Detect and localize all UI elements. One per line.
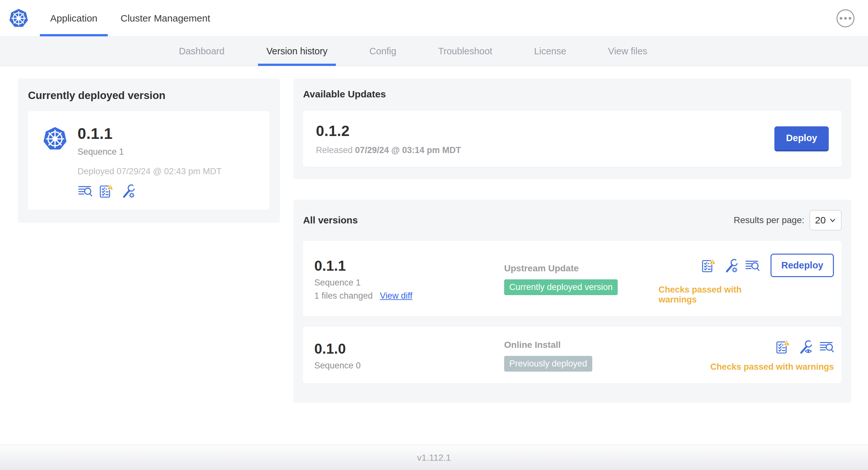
kubernetes-logo-icon	[8, 8, 29, 29]
app-sub-nav: Dashboard Version history Config Trouble…	[0, 37, 868, 66]
kubernetes-app-icon	[42, 126, 68, 152]
view-diff-logs-icon[interactable]	[819, 339, 834, 354]
version-row-actions: Redeploy Checks passed with warnings	[658, 254, 834, 305]
results-per-page-label: Results per page:	[734, 215, 804, 225]
preflight-checks-warning-icon[interactable]	[775, 339, 790, 354]
version-row-source: Upstream Update Currently deployed versi…	[504, 263, 658, 295]
all-versions-header: All versions Results per page: 20	[303, 210, 842, 231]
version-sequence: Sequence 0	[314, 361, 504, 371]
console-version: v1.112.1	[417, 452, 451, 463]
preflight-status-text: Checks passed with warnings	[710, 362, 834, 372]
tab-dashboard[interactable]: Dashboard	[170, 37, 233, 66]
version-row-source: Online Install Previously deployed	[504, 340, 658, 372]
deploy-button[interactable]: Deploy	[774, 126, 829, 152]
currently-deployed-card: 0.1.1 Sequence 1 Deployed 07/29/24 @ 02:…	[28, 111, 270, 210]
version-row-info: 0.1.0 Sequence 0	[314, 341, 504, 371]
preflight-checks-warning-icon[interactable]	[701, 258, 716, 273]
version-number: 0.1.0	[314, 341, 504, 357]
ellipsis-icon	[849, 17, 851, 20]
version-source-label: Upstream Update	[504, 263, 658, 274]
tab-config[interactable]: Config	[361, 37, 405, 66]
more-options-button[interactable]	[836, 9, 855, 27]
update-info: 0.1.2 Released 07/29/24 @ 03:14 pm MDT	[316, 122, 461, 155]
deployed-info: 0.1.1 Sequence 1 Deployed 07/29/24 @ 02:…	[78, 125, 222, 198]
ellipsis-icon	[844, 17, 847, 20]
tab-application[interactable]: Application	[40, 0, 108, 36]
currently-deployed-panel: Currently deployed version 0.1.1 Sequenc…	[18, 78, 280, 223]
released-prefix: Released	[316, 145, 352, 155]
update-released-line: Released 07/29/24 @ 03:14 pm MDT	[316, 145, 461, 155]
content: Currently deployed version 0.1.1 Sequenc…	[0, 66, 868, 403]
edit-config-icon[interactable]	[723, 258, 738, 273]
files-changed-label: 1 files changed	[314, 291, 373, 301]
version-number: 0.1.1	[314, 258, 504, 274]
update-version-number: 0.1.2	[316, 122, 461, 139]
ellipsis-icon	[840, 17, 842, 20]
redeploy-button[interactable]: Redeploy	[771, 254, 834, 277]
released-date: 07/29/24 @ 03:14 pm MDT	[355, 145, 461, 155]
deployed-timestamp: Deployed 07/29/24 @ 02:43 pm MDT	[78, 167, 222, 176]
results-per-page-value: 20	[815, 215, 826, 226]
tab-version-history[interactable]: Version history	[258, 37, 336, 66]
app-footer: v1.112.1	[0, 445, 868, 470]
version-row-info: 0.1.1 Sequence 1 1 files changed View di…	[314, 258, 504, 301]
edit-config-icon[interactable]	[120, 183, 135, 198]
results-per-page: Results per page: 20	[734, 210, 842, 231]
deployed-icon-row	[78, 183, 222, 198]
right-column: Available Updates 0.1.2 Released 07/29/2…	[293, 78, 851, 403]
version-row-0-1-0: 0.1.0 Sequence 0 Online Install Previous…	[303, 327, 842, 383]
version-source-label: Online Install	[504, 340, 658, 350]
preflight-checks-warning-icon[interactable]	[99, 183, 114, 198]
view-diff-logs-icon[interactable]	[745, 258, 760, 273]
view-diff-link[interactable]: View diff	[380, 291, 412, 301]
top-nav-tabs: Application Cluster Management	[40, 0, 220, 36]
tab-troubleshoot[interactable]: Troubleshoot	[430, 37, 501, 66]
version-row-actions: Checks passed with warnings	[710, 339, 834, 372]
available-updates-panel: Available Updates 0.1.2 Released 07/29/2…	[293, 78, 851, 179]
tab-view-files[interactable]: View files	[600, 37, 656, 66]
version-row-0-1-1: 0.1.1 Sequence 1 1 files changed View di…	[303, 241, 842, 316]
results-per-page-select[interactable]: 20	[809, 210, 842, 231]
previously-deployed-badge: Previously deployed	[504, 356, 592, 372]
deployed-version-number: 0.1.1	[78, 125, 222, 142]
tab-cluster-management[interactable]: Cluster Management	[110, 0, 220, 36]
available-updates-title: Available Updates	[303, 89, 842, 100]
currently-deployed-badge: Currently deployed version	[504, 279, 618, 295]
currently-deployed-title: Currently deployed version	[28, 89, 270, 102]
all-versions-panel: All versions Results per page: 20 0.1.1 …	[293, 200, 851, 403]
preflight-status-text: Checks passed with warnings	[658, 285, 766, 305]
view-config-icon[interactable]	[797, 339, 812, 354]
chevron-down-icon	[829, 217, 836, 224]
all-versions-title: All versions	[303, 215, 358, 226]
tab-license[interactable]: License	[526, 37, 575, 66]
view-diff-logs-icon[interactable]	[78, 183, 92, 198]
version-sequence: Sequence 1	[314, 278, 504, 288]
top-nav: Application Cluster Management	[0, 0, 868, 37]
available-update-card: 0.1.2 Released 07/29/24 @ 03:14 pm MDT D…	[303, 110, 842, 167]
deployed-sequence: Sequence 1	[78, 147, 222, 157]
